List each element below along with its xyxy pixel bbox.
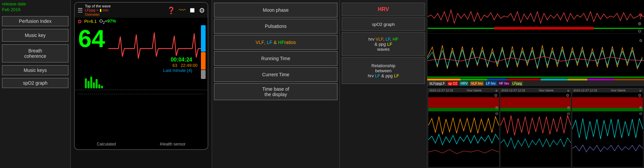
small-graph-3: 2015-12-27 12:32 Your Name ⫼ ⚙ ⊕ ⊖ (572, 88, 643, 167)
vlf-lf-hf-info-box: hrv VLF, LF, HF & ppg LF waves (342, 32, 425, 56)
running-time-button[interactable]: Running Time (214, 51, 337, 66)
small-graph-1-gear[interactable]: ⚙ (494, 93, 498, 98)
relationship-info-box: Relationshipbetween hrv LF & ppg LF (342, 57, 425, 84)
label-hrv: HRV (460, 81, 469, 86)
svg-rect-9 (567, 79, 587, 81)
sg2-down[interactable]: ⊖ (567, 111, 570, 116)
svg-rect-5 (461, 79, 487, 81)
device-icons-row: ❓ 〰 ⏹ ⚙ (167, 6, 205, 14)
small-graph-3-svg (572, 92, 643, 166)
svg-rect-14 (500, 97, 571, 108)
svg-rect-6 (487, 79, 507, 81)
sg3-down[interactable]: ⊖ (639, 111, 642, 116)
perfusion-index-label[interactable]: Perfusion Index (2, 16, 68, 26)
svg-rect-11 (614, 79, 644, 81)
device-screen: ☰ Top of the wave LFppg > ▮ min Oximeter… (74, 2, 208, 150)
small-graph-1-svg (428, 92, 499, 166)
svg-rect-8 (541, 79, 568, 81)
far-right-graphs: ❓ ⊕ ⊖ (427, 0, 644, 168)
device-bottom-labels: Calculated iHealth sensor (75, 142, 208, 146)
green-bars (78, 75, 204, 88)
svg-rect-16 (572, 97, 643, 108)
heart-rate-display: 64 (78, 25, 105, 51)
sg2-up[interactable]: ⊕ (567, 105, 570, 110)
graph-vert-icons: ❓ ⊕ ⊖ (638, 13, 643, 34)
pi-label: Pi=6.1 (84, 19, 97, 24)
stop-icon[interactable]: ⏹ (189, 6, 196, 14)
info-icon[interactable]: ❓ (638, 13, 643, 19)
graph-label-row: bLFppgLF sp O2 HRV VLF hrv LF hrv HF hrv… (427, 81, 644, 86)
label-lfppg: LFppg (512, 81, 523, 86)
o2-label: O2=97% (99, 18, 116, 25)
chevron-down-icon[interactable]: ⊖ (638, 28, 643, 34)
d-label: D (78, 19, 82, 24)
middle-panel: Moon phase Pulsations VLF, LF & HF ratio… (212, 0, 339, 168)
label-vlf-hrv: VLF hrv (470, 81, 484, 86)
label-lf-hrv: LF hrv (485, 81, 496, 86)
music-key-label[interactable]: Music key (2, 29, 68, 42)
device-info-row: D Pi=6.1 O2=97% (75, 18, 208, 25)
spo2-graph-label[interactable]: spO2 graph (2, 78, 68, 88)
multi-wave-graph (427, 34, 644, 81)
small-graph-1: 2015-12-27 12:32 Your Name ⫼ ⚙ ⊕ ⊖ (428, 88, 499, 167)
small-graph-2-gear[interactable]: ⚙ (566, 93, 570, 98)
music-keys-label[interactable]: Music keys (2, 65, 68, 75)
hrv-info-box: HRV (342, 3, 425, 16)
sg1-down[interactable]: ⊖ (495, 111, 498, 116)
lfppg-line: LFppg > ▮ min (85, 8, 111, 12)
settings-icon-graph[interactable]: ⚙ (639, 38, 643, 43)
svg-rect-10 (587, 79, 614, 81)
breath-coherence-label[interactable]: Breathcoherence (2, 44, 68, 62)
small-graph-1-header: 2015-12-27 12:32 Your Name ⫼ (428, 88, 499, 92)
pulsations-button[interactable]: Pulsations (214, 19, 337, 34)
label-hf-hrv: HF hrv (498, 81, 510, 86)
main-graph-area: ❓ ⊕ ⊖ (427, 0, 644, 87)
small-graphs-row: 2015-12-27 12:32 Your Name ⫼ ⚙ ⊕ ⊖ (427, 87, 644, 168)
svg-rect-12 (428, 97, 499, 108)
bottom-line (78, 92, 204, 96)
svg-rect-13 (428, 108, 499, 112)
main-layout: release date Feb 2016 Perfusion Index Mu… (0, 0, 644, 168)
small-graph-3-gear[interactable]: ⚙ (638, 93, 642, 98)
time-base-button[interactable]: Time base ofthe display (214, 83, 337, 100)
right-info-panel: HRV spO2 graph hrv VLF, LF, HF & ppg LF … (340, 0, 427, 168)
ecg-waveform (108, 29, 204, 60)
spo2-info-box: spO2 graph (342, 17, 425, 31)
device-top-bar: ☰ Top of the wave LFppg > ▮ min Oximeter… (75, 3, 208, 18)
heart-rate-secondary: 63 (172, 63, 177, 68)
svg-rect-17 (572, 108, 643, 112)
svg-rect-4 (427, 79, 461, 81)
label-blfppglf: bLFppgLF (429, 81, 446, 86)
waveform-icon[interactable]: 〰 (179, 6, 185, 14)
download-icon[interactable]: ⊕ (638, 21, 643, 26)
label-spo2: sp O2 (447, 81, 459, 86)
small-graph-3-header: 2015-12-27 12:32 Your Name ⫼ (572, 88, 643, 92)
question-icon[interactable]: ❓ (167, 6, 175, 14)
release-date: release date Feb 2016 (2, 1, 68, 13)
current-time-button[interactable]: Current Time (214, 67, 337, 82)
svg-rect-15 (500, 108, 571, 112)
vlf-lf-hf-button[interactable]: VLF, LF & HF ratios (214, 35, 337, 50)
moon-phase-button[interactable]: Moon phase (214, 3, 337, 17)
small-graph-2-svg (500, 92, 571, 166)
center-device: ☰ Top of the wave LFppg > ▮ min Oximeter… (71, 0, 212, 168)
sg3-up[interactable]: ⊕ (639, 105, 642, 110)
small-graph-2-header: 2015-12-27 12:32 Your Name ⫼ (500, 88, 571, 92)
list-icon: ☰ (77, 7, 83, 14)
hrv-top-graph (427, 0, 644, 33)
svg-rect-7 (507, 79, 541, 81)
last-minute-label: Last minute (4) (75, 68, 198, 73)
settings-icon[interactable]: ⚙ (199, 6, 205, 14)
device-top-text: Top of the wave LFppg > ▮ min Oximeter (85, 4, 111, 16)
small-graph-2: 2015-12-27 12:32 Your Name ⫼ ⚙ ⊕ ⊖ (500, 88, 572, 167)
clock-time-display: 22:49:00 (180, 63, 198, 68)
left-panel: release date Feb 2016 Perfusion Index Mu… (0, 0, 70, 168)
sg1-up[interactable]: ⊕ (495, 105, 498, 110)
